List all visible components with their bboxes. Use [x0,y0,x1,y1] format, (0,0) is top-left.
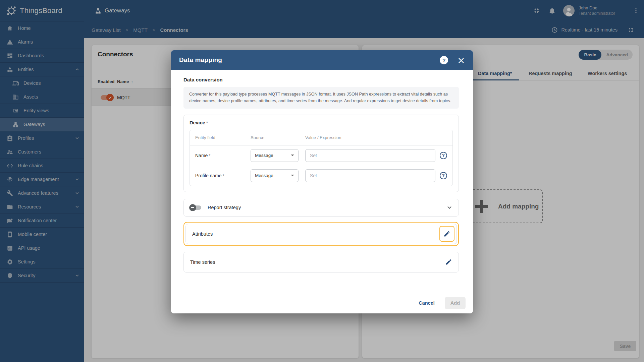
add-button[interactable]: Add [445,297,466,309]
edit-time-series-button[interactable] [445,258,452,265]
column-entity-field: Entity field [195,135,251,140]
report-strategy-toggle[interactable] [190,205,201,210]
dialog-header: Data mapping ? × [171,50,473,70]
time-series-label: Time series [190,259,215,265]
caret-down-icon [291,155,294,156]
pencil-icon [445,258,452,265]
report-strategy-label: Report strategy [208,205,241,210]
dialog-title: Data mapping [179,56,222,64]
required-marker: * [206,120,208,125]
chevron-down-icon[interactable] [447,205,452,210]
field-label: Profile name* [195,173,251,178]
report-strategy-section[interactable]: Report strategy [183,199,459,217]
attributes-section: Attributes [185,224,457,244]
edit-attributes-button[interactable] [439,226,454,242]
column-value-expression: Value / Expression [305,135,447,140]
time-series-section: Time series [183,252,459,273]
device-field-row-profile-name: Profile name* Message ? [190,166,452,186]
column-source: Source [251,135,305,140]
data-conversion-description: Converter for this payload type processe… [183,87,459,109]
attributes-label: Attributes [192,231,213,237]
device-field-row-name: Name* Message ? [190,145,452,166]
device-section: Device* Entity field Source Value / Expr… [183,115,459,192]
cancel-button[interactable]: Cancel [419,300,435,306]
section-title-data-conversion: Data conversion [183,77,459,82]
help-icon[interactable]: ? [440,56,448,64]
field-help-icon[interactable]: ? [440,172,447,179]
source-select[interactable]: Message [251,169,299,182]
device-table-header: Entity field Source Value / Expression [190,130,452,145]
value-expression-input[interactable] [305,149,435,162]
field-help-icon[interactable]: ? [440,152,447,159]
close-icon[interactable]: × [457,56,465,65]
value-expression-input[interactable] [305,169,435,182]
caret-down-icon [291,175,294,176]
required-marker: * [209,153,210,158]
pencil-icon [443,230,450,237]
required-marker: * [223,173,224,178]
source-select[interactable]: Message [251,149,299,162]
field-label: Name* [195,153,251,158]
dialog-footer: Cancel Add [171,293,473,313]
data-mapping-dialog: Data mapping ? × Data conversion Convert… [171,50,473,313]
device-fields-table: Entity field Source Value / Expression N… [190,130,453,186]
minus-icon [191,207,194,208]
attributes-highlight: Attributes [183,222,459,246]
device-section-title: Device* [190,120,453,125]
